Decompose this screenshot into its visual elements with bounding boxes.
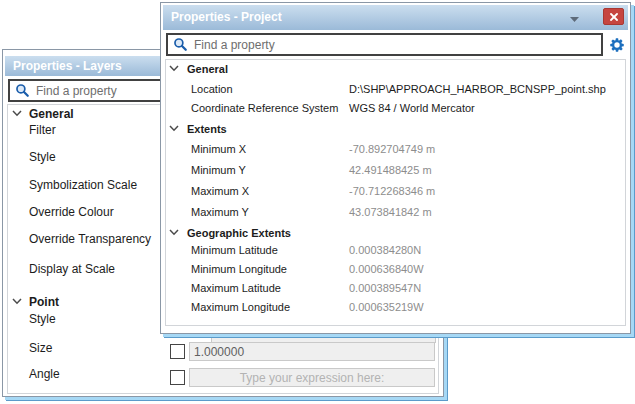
- property-label: Override Transparency: [29, 231, 151, 247]
- property-item-maximum-y[interactable]: Maximum Y43.073841842 m: [161, 204, 630, 220]
- property-item-minimum-y[interactable]: Minimum Y42.491488425 m: [161, 162, 630, 178]
- size-input[interactable]: [189, 342, 435, 361]
- size-checkbox[interactable]: [170, 344, 185, 359]
- property-item-minimum-x[interactable]: Minimum X-70.892704749 m: [161, 141, 630, 157]
- property-label: Coordinate Reference System: [191, 100, 338, 116]
- property-label: Display at Scale: [29, 261, 115, 277]
- property-label: Minimum Longitude: [191, 261, 287, 277]
- property-value: 0.000635219W: [349, 299, 424, 315]
- section-header-general[interactable]: General: [161, 61, 630, 77]
- property-value: -70.712268346 m: [349, 183, 435, 199]
- property-label: Maximum Longitude: [191, 299, 290, 315]
- property-item-maximum-x[interactable]: Maximum X-70.712268346 m: [161, 183, 630, 199]
- property-label: Maximum Latitude: [191, 280, 281, 296]
- property-value: D:\SHP\APPROACH_HARBOR_BCNSPP_point.shp: [349, 81, 606, 97]
- property-label: Maximum Y: [191, 204, 249, 220]
- property-label: Extents: [187, 121, 227, 137]
- property-label: Symbolization Scale: [29, 177, 137, 193]
- property-item-location[interactable]: LocationD:\SHP\APPROACH_HARBOR_BCNSPP_po…: [161, 81, 630, 97]
- property-value: 43.073841842 m: [349, 204, 432, 220]
- property-item-coordinate-reference-system[interactable]: Coordinate Reference SystemWGS 84 / Worl…: [161, 100, 630, 116]
- property-item-maximum-latitude[interactable]: Maximum Latitude0.000389547N: [161, 280, 630, 296]
- property-item-maximum-longitude[interactable]: Maximum Longitude0.000635219W: [161, 299, 630, 315]
- chevron-down-icon: [12, 110, 22, 117]
- section-header-extents[interactable]: Extents: [161, 121, 630, 137]
- angle-checkbox[interactable]: [170, 370, 185, 385]
- property-value: 0.000389547N: [349, 280, 421, 296]
- property-label: Location: [191, 81, 233, 97]
- property-label: Point: [29, 294, 59, 310]
- property-value: 0.000384280N: [349, 242, 421, 258]
- chevron-down-icon: [12, 298, 22, 305]
- property-value: 0.000636840W: [349, 261, 424, 277]
- property-label: General: [29, 106, 74, 122]
- property-item-minimum-longitude[interactable]: Minimum Longitude0.000636840W: [161, 261, 630, 277]
- property-label: Style: [29, 311, 56, 327]
- property-label: General: [187, 61, 228, 77]
- property-label: Geographic Extents: [187, 225, 291, 241]
- property-value: 42.491488425 m: [349, 162, 432, 178]
- property-label: Maximum X: [191, 183, 249, 199]
- property-label: Minimum X: [191, 141, 246, 157]
- chevron-down-icon: [169, 65, 179, 72]
- property-label: Filter: [29, 122, 56, 138]
- property-value: -70.892704749 m: [349, 141, 435, 157]
- property-item-minimum-latitude[interactable]: Minimum Latitude0.000384280N: [161, 242, 630, 258]
- chevron-down-icon: [169, 229, 179, 236]
- property-value: WGS 84 / World Mercator: [349, 100, 475, 116]
- section-header-geographic-extents[interactable]: Geographic Extents: [161, 225, 630, 241]
- angle-input[interactable]: [189, 368, 435, 387]
- property-label: Style: [29, 149, 56, 165]
- property-label: Size: [29, 340, 52, 356]
- property-label: Minimum Y: [191, 162, 246, 178]
- chevron-down-icon: [169, 125, 179, 132]
- panel-properties-project: Properties - Project GeneralLocationD:\S…: [160, 2, 631, 334]
- property-label: Angle: [29, 366, 60, 382]
- property-label: Override Colour: [29, 204, 114, 220]
- property-label: Minimum Latitude: [191, 242, 278, 258]
